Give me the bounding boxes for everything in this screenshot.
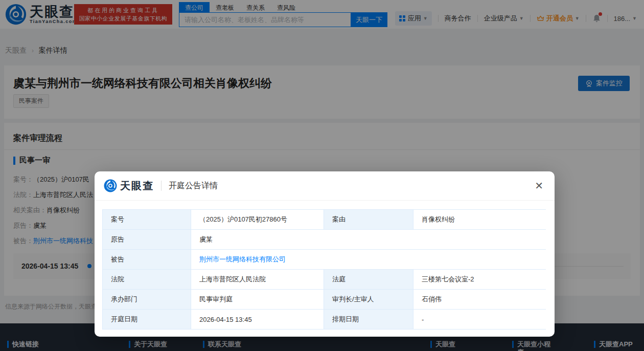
hearing-announcement-modal: 天眼查 开庭公告详情 ✕ 案号 （2025）沪0107民初27860号 案由 肖… [95,171,555,337]
table-label: 被告 [102,249,191,269]
table-label: 原告 [102,229,191,249]
close-icon[interactable]: ✕ [535,180,543,191]
hearing-detail-table: 案号 （2025）沪0107民初27860号 案由 肖像权纠纷 原告 虞某 被告… [102,209,546,330]
table-value: - [413,309,546,329]
table-label: 承办部门 [102,289,191,309]
table-value: 虞某 [191,229,546,249]
table-label: 案由 [324,209,413,229]
table-label: 开庭日期 [102,309,191,329]
table-label: 法院 [102,269,191,289]
defendant-company-link[interactable]: 荆州市一统网络科技有限公司 [199,255,286,264]
table-label: 排期日期 [324,309,413,329]
modal-title: 开庭公告详情 [169,181,218,191]
table-label: 法庭 [324,269,413,289]
table-value: 2026-04-15 13:45 [191,309,324,329]
tianyancha-logo-icon [104,179,117,192]
table-value: 石俏伟 [413,289,546,309]
table-value: 荆州市一统网络科技有限公司 [191,249,546,269]
divider [161,181,162,191]
table-value: 肖像权纠纷 [413,209,546,229]
table-value: 民事审判庭 [191,289,324,309]
table-value: 三楼第七会议室-2 [413,269,546,289]
modal-header: 天眼查 开庭公告详情 ✕ [95,171,555,201]
table-value: 上海市普陀区人民法院 [191,269,324,289]
table-label: 审判长/主审人 [324,289,413,309]
table-label: 案号 [102,209,191,229]
table-value: （2025）沪0107民初27860号 [191,209,324,229]
modal-brand: 天眼查 [120,179,154,193]
